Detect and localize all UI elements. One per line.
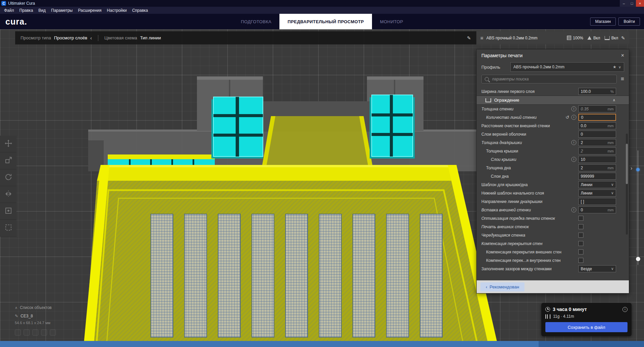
settings-menu-icon[interactable]: ≡ (621, 76, 624, 82)
pencil-icon[interactable]: ✎ (467, 35, 471, 41)
view-type-value[interactable]: Просмотр слоёв (54, 35, 87, 40)
info-icon[interactable]: i (571, 106, 576, 111)
object-list-actions (15, 329, 59, 336)
setting-input[interactable]: 0.0mm (578, 122, 616, 129)
tab-монитор[interactable]: МОНИТОР (372, 14, 411, 29)
close-button[interactable]: × (636, 0, 644, 7)
layer-slider[interactable] (636, 150, 640, 265)
setting-input[interactable]: 10 (578, 156, 616, 163)
setting-input[interactable]: 0 (578, 114, 616, 121)
info-icon[interactable]: i (571, 157, 576, 162)
menu-правка[interactable]: Правка (17, 7, 36, 13)
search-input[interactable] (492, 76, 613, 82)
marketplace-button[interactable]: Магазин (590, 18, 616, 26)
viewport[interactable]: Просмотр типа Просмотр слоёв ‹ Цветовая … (0, 29, 644, 347)
setting-value: Везде (581, 267, 610, 271)
info-icon[interactable]: i (622, 307, 628, 312)
setting-input[interactable]: 0mm (578, 206, 616, 213)
setting-input[interactable]: 0 (578, 131, 616, 138)
print-settings-icon: ≡ (480, 35, 483, 41)
profile-dropdown[interactable]: ABS прочный 0.2мм 0.2mm ★ ∨ (510, 62, 624, 72)
print-setup-bar[interactable]: ≡ ABS прочный 0.2мм 0.2mm 100%ВклВкл ✎ (476, 31, 629, 44)
layer-slider-lower-handle[interactable] (636, 257, 640, 261)
setting-input[interactable]: 2mm (578, 139, 616, 146)
object-list-item[interactable]: ✎ CE3_8 (15, 314, 59, 318)
reset-icon[interactable]: ↺ (566, 115, 569, 120)
section-label: Ограждение (494, 98, 610, 103)
object-action-icon[interactable] (32, 329, 38, 336)
setting-dropdown[interactable]: Линии∨ (578, 181, 616, 188)
menu-параметры[interactable]: Параметры (48, 7, 75, 13)
setting-checkbox[interactable] (578, 233, 583, 238)
menu-настройки[interactable]: Настройки (104, 7, 130, 13)
layer-slider-upper-handle[interactable] (636, 168, 640, 171)
info-icon[interactable]: i (571, 207, 576, 212)
sign-in-button[interactable]: Войти (618, 18, 640, 26)
object-action-icon[interactable] (24, 329, 30, 336)
setting-checkbox[interactable] (578, 216, 583, 221)
object-action-icon[interactable] (15, 329, 21, 336)
setting-checkbox[interactable] (578, 224, 583, 229)
layer-slider-track[interactable] (638, 150, 638, 265)
support-icon (587, 36, 591, 40)
object-list-header[interactable]: ∧ Список объектов (15, 305, 59, 310)
setting-checkbox[interactable] (578, 258, 583, 263)
maximize-button[interactable]: □ (628, 0, 636, 7)
pencil-icon[interactable]: ✎ (621, 35, 625, 41)
info-icon[interactable]: i (571, 115, 576, 120)
panel-collapse-chevron[interactable]: › (631, 165, 632, 171)
per-model-settings-tool[interactable] (0, 203, 16, 220)
print-setup-toggle[interactable]: 100% (567, 36, 583, 40)
scale-tool[interactable] (0, 152, 16, 169)
print-setup-toggle[interactable]: Вкл (587, 36, 600, 40)
setting-input[interactable]: 2mm (578, 164, 616, 171)
setting-input[interactable]: 999999 (578, 173, 616, 180)
rotate-tool-icon (4, 173, 12, 182)
info-icon[interactable]: i (571, 140, 576, 145)
minimize-button[interactable]: – (620, 0, 628, 7)
menu-справка[interactable]: Справка (129, 7, 150, 13)
settings-section[interactable]: Ограждение∧ (477, 96, 629, 105)
setting-input[interactable]: 0.35mm (578, 105, 616, 112)
setting-value: [ ] (581, 199, 614, 204)
close-icon[interactable]: × (621, 53, 624, 59)
menu-расширения[interactable]: Расширения (75, 7, 104, 13)
tab-предварительный-просмотр[interactable]: ПРЕДВАРИТЕЛЬНЫЙ ПРОСМОТР (279, 14, 372, 29)
object-action-icon[interactable] (50, 329, 56, 336)
menu-файл[interactable]: Файл (1, 7, 17, 13)
setting-label: Оптимизация порядка печати стенок (481, 216, 576, 221)
scrollbar-thumb[interactable] (626, 144, 628, 184)
mirror-tool[interactable] (0, 186, 16, 203)
setting-checkbox[interactable] (578, 241, 583, 246)
rotate-tool[interactable] (0, 169, 16, 186)
setting-unit: mm (608, 141, 614, 145)
setting-dropdown[interactable]: Везде∨ (578, 265, 616, 272)
search-box[interactable] (481, 75, 617, 83)
setting-input[interactable]: [ ] (578, 198, 616, 205)
setting-checkbox[interactable] (578, 249, 583, 254)
recommended-button[interactable]: ‹ Рекомендован (480, 282, 524, 291)
menu-вид[interactable]: Вид (36, 7, 48, 13)
support-blocker-tool[interactable] (0, 220, 16, 237)
settings-scrollbar[interactable] (626, 134, 628, 235)
save-to-file-button[interactable]: Сохранить в файл (545, 322, 628, 332)
color-scheme-value[interactable]: Тип линии (140, 35, 161, 40)
stage-menu-bar: Просмотр типа Просмотр слоёв ‹ Цветовая … (15, 31, 476, 44)
object-action-icon[interactable] (41, 329, 47, 336)
setting-input[interactable]: 100.0% (578, 88, 616, 95)
setting-unit: mm (608, 107, 614, 111)
setting-row: Слои верхней оболочки0 (477, 130, 629, 138)
chevron-up-icon: ∧ (15, 306, 18, 310)
window-controls: – □ × (620, 0, 644, 7)
print-setup-toggle[interactable]: Вкл (605, 36, 618, 40)
setting-label: Толщина крышки (481, 149, 576, 153)
pencil-icon: ✎ (15, 314, 18, 318)
setting-value: 0 (581, 208, 606, 212)
move-tool[interactable] (0, 136, 16, 152)
chevron-left-icon[interactable]: ‹ (90, 35, 92, 41)
setting-unit: % (610, 90, 614, 94)
chevron-down-icon: ∨ (611, 182, 614, 187)
tab-подготовка[interactable]: ПОДГОТОВКА (233, 14, 280, 29)
setting-dropdown[interactable]: Линии∨ (578, 189, 616, 197)
setting-input[interactable]: 2mm (578, 147, 616, 154)
